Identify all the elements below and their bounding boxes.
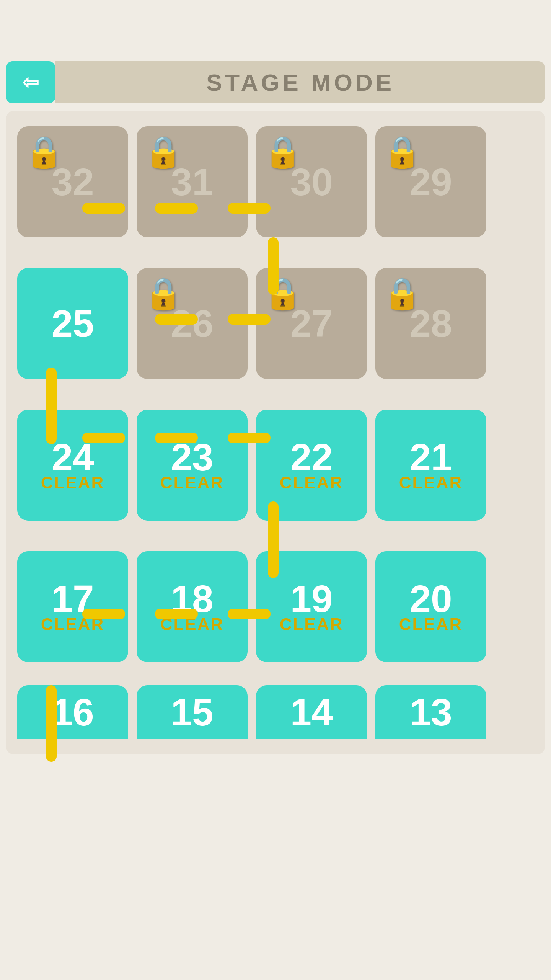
stage-number-24: 24 xyxy=(51,438,94,476)
clear-label-23: CLEAR xyxy=(160,473,224,492)
stage-number-13: 13 xyxy=(409,693,452,731)
clear-label-21: CLEAR xyxy=(399,473,463,492)
stage-number-16: 16 xyxy=(51,693,94,731)
stage-number-19: 19 xyxy=(290,580,333,618)
stage-17[interactable]: 17 CLEAR xyxy=(17,551,128,662)
stage-29[interactable]: 🔒 29 xyxy=(375,126,486,237)
lock-icon-30: 🔒 xyxy=(264,134,302,170)
stage-22[interactable]: 22 CLEAR xyxy=(256,410,367,521)
stage-23[interactable]: 23 CLEAR xyxy=(137,410,248,521)
stage-19[interactable]: 19 CLEAR xyxy=(256,551,367,662)
stage-27[interactable]: 🔒 27 xyxy=(256,268,367,379)
stage-31[interactable]: 🔒 31 xyxy=(137,126,248,237)
stage-16[interactable]: 16 xyxy=(17,685,128,739)
stage-14[interactable]: 14 xyxy=(256,685,367,739)
stage-21[interactable]: 21 CLEAR xyxy=(375,410,486,521)
stage-30[interactable]: 🔒 30 xyxy=(256,126,367,237)
stage-number-20: 20 xyxy=(409,580,452,618)
clear-label-24: CLEAR xyxy=(41,473,105,492)
stage-26[interactable]: 🔒 26 xyxy=(137,268,248,379)
stage-28[interactable]: 🔒 28 xyxy=(375,268,486,379)
row-25-to-28: 25 🔒 26 🔒 27 🔒 28 xyxy=(17,268,534,379)
stage-number-21: 21 xyxy=(409,438,452,476)
stage-number-15: 15 xyxy=(171,693,213,731)
clear-label-20: CLEAR xyxy=(399,615,463,634)
clear-label-22: CLEAR xyxy=(280,473,344,492)
stage-number-18: 18 xyxy=(171,580,213,618)
top-bar: ⇦ STAGE MODE xyxy=(6,61,545,103)
stage-number-22: 22 xyxy=(290,438,333,476)
stage-20[interactable]: 20 CLEAR xyxy=(375,551,486,662)
lock-icon-31: 🔒 xyxy=(144,134,183,170)
row-24-to-21: 24 CLEAR 23 CLEAR 22 CLEAR 21 CLEAR xyxy=(17,410,534,521)
stage-18[interactable]: 18 CLEAR xyxy=(137,551,248,662)
stage-25[interactable]: 25 xyxy=(17,268,128,379)
stage-24[interactable]: 24 CLEAR xyxy=(17,410,128,521)
lock-icon-26: 🔒 xyxy=(144,276,183,312)
lock-icon-27: 🔒 xyxy=(264,276,302,312)
lock-icon-32: 🔒 xyxy=(25,134,63,170)
stage-number-14: 14 xyxy=(290,693,333,731)
stage-number-25: 25 xyxy=(51,304,94,343)
stage-32[interactable]: 🔒 32 xyxy=(17,126,128,237)
stage-13[interactable]: 13 xyxy=(375,685,486,739)
stage-number-17: 17 xyxy=(51,580,94,618)
back-button[interactable]: ⇦ xyxy=(6,61,55,103)
stage-grid: 🔒 32 🔒 31 🔒 30 🔒 29 25 🔒 26 🔒 27 xyxy=(6,111,545,754)
row-16-to-13-partial: 16 15 14 13 xyxy=(17,685,534,739)
clear-label-18: CLEAR xyxy=(160,615,224,634)
clear-label-17: CLEAR xyxy=(41,615,105,634)
row-17-to-20: 17 CLEAR 18 CLEAR 19 CLEAR 20 CLEAR xyxy=(17,551,534,662)
row-32-to-29: 🔒 32 🔒 31 🔒 30 🔒 29 xyxy=(17,126,534,237)
clear-label-19: CLEAR xyxy=(280,615,344,634)
stage-15[interactable]: 15 xyxy=(137,685,248,739)
back-arrow-icon: ⇦ xyxy=(22,71,39,94)
lock-icon-29: 🔒 xyxy=(383,134,421,170)
title-bar: STAGE MODE xyxy=(55,61,545,103)
stage-number-23: 23 xyxy=(171,438,213,476)
page-title: STAGE MODE xyxy=(206,69,395,96)
lock-icon-28: 🔒 xyxy=(383,276,421,312)
